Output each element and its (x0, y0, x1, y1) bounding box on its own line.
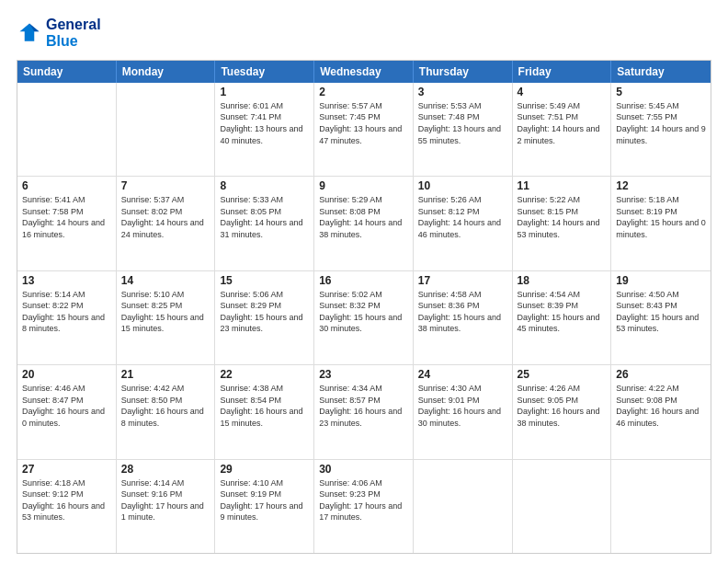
cell-info: Sunrise: 5:33 AM Sunset: 8:05 PM Dayligh… (220, 194, 309, 240)
cell-info: Sunrise: 4:54 AM Sunset: 8:39 PM Dayligh… (518, 289, 607, 335)
cell-info: Sunrise: 6:01 AM Sunset: 7:41 PM Dayligh… (220, 100, 309, 146)
calendar-body: 1Sunrise: 6:01 AM Sunset: 7:41 PM Daylig… (17, 83, 711, 553)
day-number: 19 (616, 274, 706, 287)
weekday-header: Friday (513, 61, 612, 83)
day-number: 7 (121, 179, 210, 192)
day-number: 22 (220, 368, 309, 381)
logo-icon (17, 20, 42, 46)
cell-info: Sunrise: 4:58 AM Sunset: 8:36 PM Dayligh… (418, 289, 507, 335)
calendar-cell: 17Sunrise: 4:58 AM Sunset: 8:36 PM Dayli… (414, 271, 513, 364)
calendar-cell: 10Sunrise: 5:26 AM Sunset: 8:12 PM Dayli… (414, 177, 513, 270)
day-number: 15 (220, 274, 309, 287)
cell-info: Sunrise: 4:42 AM Sunset: 8:50 PM Dayligh… (121, 383, 210, 429)
day-number: 29 (220, 463, 309, 476)
svg-marker-0 (20, 24, 40, 41)
cell-info: Sunrise: 5:18 AM Sunset: 8:19 PM Dayligh… (616, 194, 706, 240)
cell-info: Sunrise: 5:57 AM Sunset: 7:45 PM Dayligh… (319, 100, 408, 146)
calendar-cell: 28Sunrise: 4:14 AM Sunset: 9:16 PM Dayli… (117, 460, 216, 553)
cell-info: Sunrise: 5:14 AM Sunset: 8:22 PM Dayligh… (22, 289, 111, 335)
calendar-cell: 18Sunrise: 4:54 AM Sunset: 8:39 PM Dayli… (513, 271, 612, 364)
day-number: 13 (22, 274, 111, 287)
cell-info: Sunrise: 4:10 AM Sunset: 9:19 PM Dayligh… (220, 477, 309, 523)
logo: General Blue (17, 17, 101, 51)
calendar-cell: 29Sunrise: 4:10 AM Sunset: 9:19 PM Dayli… (215, 460, 314, 553)
cell-info: Sunrise: 4:18 AM Sunset: 9:12 PM Dayligh… (22, 477, 111, 523)
day-number: 8 (220, 179, 309, 192)
cell-info: Sunrise: 5:02 AM Sunset: 8:32 PM Dayligh… (319, 289, 408, 335)
cell-info: Sunrise: 4:14 AM Sunset: 9:16 PM Dayligh… (121, 477, 210, 523)
calendar-cell: 9Sunrise: 5:29 AM Sunset: 8:08 PM Daylig… (314, 177, 414, 270)
weekday-header: Wednesday (314, 61, 414, 83)
calendar-cell: 13Sunrise: 5:14 AM Sunset: 8:22 PM Dayli… (17, 271, 117, 364)
calendar-cell: 19Sunrise: 4:50 AM Sunset: 8:43 PM Dayli… (611, 271, 711, 364)
day-number: 25 (518, 368, 607, 381)
calendar-cell: 21Sunrise: 4:42 AM Sunset: 8:50 PM Dayli… (117, 365, 216, 458)
weekday-header: Monday (117, 61, 216, 83)
day-number: 6 (22, 179, 111, 192)
calendar-cell: 5Sunrise: 5:45 AM Sunset: 7:55 PM Daylig… (611, 83, 711, 176)
calendar-row: 20Sunrise: 4:46 AM Sunset: 8:47 PM Dayli… (17, 364, 711, 458)
page: General Blue SundayMondayTuesdayWednesda… (0, 0, 728, 563)
weekday-header: Saturday (611, 61, 711, 83)
weekday-header: Thursday (414, 61, 513, 83)
cell-info: Sunrise: 5:49 AM Sunset: 7:51 PM Dayligh… (518, 100, 607, 146)
day-number: 3 (418, 86, 507, 98)
day-number: 9 (319, 179, 408, 192)
day-number: 24 (418, 368, 507, 381)
cell-info: Sunrise: 5:45 AM Sunset: 7:55 PM Dayligh… (616, 100, 706, 146)
calendar-cell: 15Sunrise: 5:06 AM Sunset: 8:29 PM Dayli… (215, 271, 314, 364)
calendar-row: 27Sunrise: 4:18 AM Sunset: 9:12 PM Dayli… (17, 459, 711, 553)
day-number: 21 (121, 368, 210, 381)
day-number: 18 (518, 274, 607, 287)
calendar-cell: 12Sunrise: 5:18 AM Sunset: 8:19 PM Dayli… (611, 177, 711, 270)
calendar-cell: 14Sunrise: 5:10 AM Sunset: 8:25 PM Dayli… (117, 271, 216, 364)
calendar-cell: 2Sunrise: 5:57 AM Sunset: 7:45 PM Daylig… (314, 83, 414, 176)
calendar-cell: 1Sunrise: 6:01 AM Sunset: 7:41 PM Daylig… (215, 83, 314, 176)
calendar-cell (513, 460, 612, 553)
day-number: 26 (616, 368, 706, 381)
cell-info: Sunrise: 5:37 AM Sunset: 8:02 PM Dayligh… (121, 194, 210, 240)
calendar-cell: 22Sunrise: 4:38 AM Sunset: 8:54 PM Dayli… (215, 365, 314, 458)
day-number: 11 (518, 179, 607, 192)
calendar-cell: 4Sunrise: 5:49 AM Sunset: 7:51 PM Daylig… (513, 83, 612, 176)
cell-info: Sunrise: 5:10 AM Sunset: 8:25 PM Dayligh… (121, 289, 210, 335)
calendar-header: SundayMondayTuesdayWednesdayThursdayFrid… (17, 61, 711, 83)
day-number: 16 (319, 274, 408, 287)
cell-info: Sunrise: 5:22 AM Sunset: 8:15 PM Dayligh… (518, 194, 607, 240)
calendar-cell: 26Sunrise: 4:22 AM Sunset: 9:08 PM Dayli… (611, 365, 711, 458)
day-number: 10 (418, 179, 507, 192)
logo-text: General Blue (46, 17, 101, 51)
day-number: 5 (616, 86, 706, 98)
calendar-cell: 23Sunrise: 4:34 AM Sunset: 8:57 PM Dayli… (314, 365, 414, 458)
cell-info: Sunrise: 5:06 AM Sunset: 8:29 PM Dayligh… (220, 289, 309, 335)
calendar-cell: 3Sunrise: 5:53 AM Sunset: 7:48 PM Daylig… (414, 83, 513, 176)
cell-info: Sunrise: 4:26 AM Sunset: 9:05 PM Dayligh… (518, 383, 607, 429)
day-number: 12 (616, 179, 706, 192)
calendar-cell (117, 83, 216, 176)
day-number: 27 (22, 463, 111, 476)
calendar-cell (611, 460, 711, 553)
weekday-header: Tuesday (215, 61, 314, 83)
calendar-cell (414, 460, 513, 553)
cell-info: Sunrise: 5:53 AM Sunset: 7:48 PM Dayligh… (418, 100, 507, 146)
day-number: 1 (220, 86, 309, 98)
calendar-row: 13Sunrise: 5:14 AM Sunset: 8:22 PM Dayli… (17, 270, 711, 364)
calendar-row: 1Sunrise: 6:01 AM Sunset: 7:41 PM Daylig… (17, 83, 711, 176)
day-number: 17 (418, 274, 507, 287)
calendar-cell: 20Sunrise: 4:46 AM Sunset: 8:47 PM Dayli… (17, 365, 117, 458)
calendar-cell: 16Sunrise: 5:02 AM Sunset: 8:32 PM Dayli… (314, 271, 414, 364)
day-number: 4 (518, 86, 607, 98)
calendar-row: 6Sunrise: 5:41 AM Sunset: 7:58 PM Daylig… (17, 176, 711, 270)
header: General Blue (17, 17, 711, 51)
cell-info: Sunrise: 5:41 AM Sunset: 7:58 PM Dayligh… (22, 194, 111, 240)
cell-info: Sunrise: 4:22 AM Sunset: 9:08 PM Dayligh… (616, 383, 706, 429)
day-number: 14 (121, 274, 210, 287)
cell-info: Sunrise: 4:46 AM Sunset: 8:47 PM Dayligh… (22, 383, 111, 429)
calendar: SundayMondayTuesdayWednesdayThursdayFrid… (17, 60, 711, 554)
day-number: 20 (22, 368, 111, 381)
calendar-cell: 7Sunrise: 5:37 AM Sunset: 8:02 PM Daylig… (117, 177, 216, 270)
calendar-cell: 25Sunrise: 4:26 AM Sunset: 9:05 PM Dayli… (513, 365, 612, 458)
day-number: 30 (319, 463, 408, 476)
calendar-cell: 27Sunrise: 4:18 AM Sunset: 9:12 PM Dayli… (17, 460, 117, 553)
calendar-cell: 24Sunrise: 4:30 AM Sunset: 9:01 PM Dayli… (414, 365, 513, 458)
